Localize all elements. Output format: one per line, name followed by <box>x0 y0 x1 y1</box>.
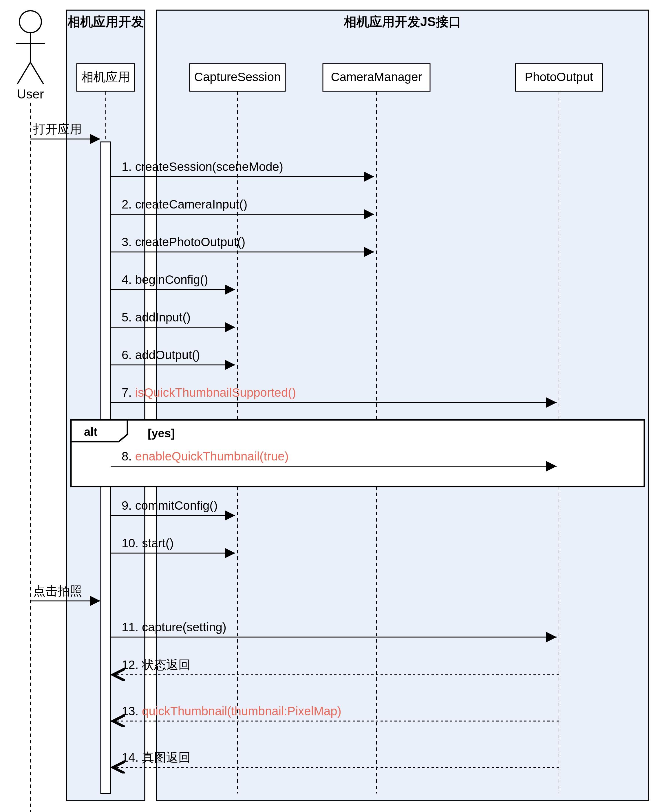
msg-13: 13. quickThumbnail(thumbnail:PixelMap) <box>122 704 341 718</box>
msg-14: 14. 真图返回 <box>122 751 191 764</box>
svg-text:alt: alt <box>84 426 98 438</box>
msg-12: 12. 状态返回 <box>122 658 191 672</box>
sequence-diagram: User 相机应用开发 相机应用开发JS接口 相机应用 CaptureSessi… <box>6 6 651 812</box>
svg-point-0 <box>20 11 41 33</box>
msg-2: 2. createCameraInput() <box>122 197 247 211</box>
msg-9: 9. commitConfig() <box>122 499 217 512</box>
group-right-title: 相机应用开发JS接口 <box>343 14 462 29</box>
svg-text:CaptureSession: CaptureSession <box>194 70 281 84</box>
svg-line-4 <box>31 62 43 84</box>
msg-10: 10. start() <box>122 536 174 550</box>
svg-text:[yes]: [yes] <box>148 427 175 440</box>
msg-click: 点击拍照 <box>33 584 82 598</box>
msg-3: 3. createPhotoOutput() <box>122 235 245 249</box>
svg-line-3 <box>17 62 31 84</box>
msg-open: 打开应用 <box>33 122 82 136</box>
svg-text:CameraManager: CameraManager <box>331 70 422 84</box>
msg-11: 11. capture(setting) <box>122 620 226 634</box>
actor-label: User <box>17 87 44 101</box>
msg-4: 4. beginConfig() <box>122 273 208 286</box>
msg-1: 1. createSession(sceneMode) <box>122 160 283 174</box>
msg-5: 5. addInput() <box>122 310 191 324</box>
alt-frame: alt [yes] 8. enableQuickThumbnail(true) <box>71 420 644 487</box>
msg-7: 7. isQuickThumbnailSupported() <box>122 386 296 399</box>
group-right <box>156 10 649 801</box>
msg-8: 8. enableQuickThumbnail(true) <box>122 449 289 463</box>
msg-6: 6. addOutput() <box>122 348 200 362</box>
svg-text:PhotoOutput: PhotoOutput <box>525 70 593 84</box>
group-left-title: 相机应用开发 <box>67 14 144 29</box>
svg-text:相机应用: 相机应用 <box>81 70 130 84</box>
